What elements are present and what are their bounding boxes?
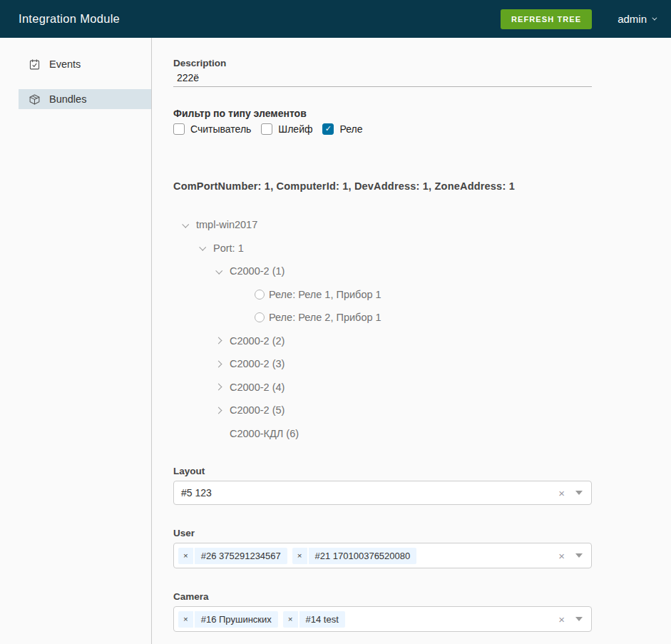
tree-item[interactable]: С2000-2 (2) <box>173 329 592 353</box>
page-title: Integration Module <box>19 12 120 26</box>
radio-button[interactable] <box>255 312 265 322</box>
sidebar-item-label: Bundles <box>49 93 86 105</box>
sidebar: Events Bundles <box>0 38 152 644</box>
tree-item-label: С2000-2 (1) <box>230 265 285 277</box>
tree-item-label: Реле: Реле 1, Прибор 1 <box>269 289 381 300</box>
chip-remove-icon[interactable]: × <box>178 611 195 628</box>
filter-options: СчитывательШлейф✓Реле <box>173 123 592 135</box>
tree-item[interactable]: С2000-2 (1) <box>173 260 592 283</box>
radio-button[interactable] <box>255 290 265 300</box>
tree-item-label: Реле: Реле 2, Прибор 1 <box>269 312 381 323</box>
clear-icon[interactable]: × <box>558 614 565 625</box>
tree-item-label: tmpl-win2017 <box>196 219 257 230</box>
chevron-down-icon[interactable] <box>180 223 189 228</box>
filter-option[interactable]: Шлейф <box>261 123 312 135</box>
tree-item-label: С2000-КДЛ (6) <box>230 428 299 439</box>
camera-label: Camera <box>173 591 592 602</box>
user-label: User <box>173 528 592 538</box>
calendar-check-icon <box>29 58 41 71</box>
chevron-down-icon <box>652 16 657 21</box>
camera-select[interactable]: ×#16 Прушинских×#14 test × <box>173 606 592 632</box>
layout-select-value: #5 123 <box>181 487 558 499</box>
tree-item-label: С2000-2 (4) <box>230 382 285 393</box>
tree-item[interactable]: С2000-2 (3) <box>173 352 592 376</box>
user-select[interactable]: ×#26 375291234567×#21 170100376520080 × <box>173 543 592 568</box>
header-actions: REFRESH TREE admin <box>501 9 655 29</box>
chevron-right-icon[interactable] <box>214 362 222 367</box>
chevron-right-icon[interactable] <box>214 338 222 343</box>
selected-chip: ×#26 375291234567 <box>178 548 287 564</box>
refresh-tree-button[interactable]: REFRESH TREE <box>501 9 592 29</box>
chevron-down-icon[interactable] <box>198 245 206 250</box>
user-chips: ×#26 375291234567×#21 170100376520080 <box>178 548 558 564</box>
checkbox-unchecked-icon[interactable] <box>261 123 272 135</box>
layout-select[interactable]: #5 123 × <box>173 481 592 505</box>
tree-item[interactable]: С2000-2 (5) <box>173 399 592 422</box>
chevron-down-icon[interactable] <box>214 269 222 274</box>
chip-label: #14 test <box>299 611 345 628</box>
chip-remove-icon[interactable]: × <box>283 611 299 628</box>
checkbox-label: Шлейф <box>278 123 312 135</box>
app-shell: Events Bundles Description Фильтр по тип… <box>0 38 671 644</box>
chip-label: #21 170100376520080 <box>309 548 417 564</box>
filter-option[interactable]: Считыватель <box>173 123 251 135</box>
selection-info: ComPortNumber: 1, ComputerId: 1, DevAddr… <box>173 180 592 192</box>
description-field: Description <box>173 58 592 87</box>
tree-item[interactable]: Реле: Реле 2, Прибор 1 <box>173 306 592 329</box>
dropdown-arrow-icon[interactable] <box>575 553 583 558</box>
camera-chips: ×#16 Прушинских×#14 test <box>178 611 558 628</box>
tree-item-label: С2000-2 (3) <box>230 358 285 369</box>
checkbox-checked-icon[interactable]: ✓ <box>322 123 334 135</box>
sidebar-item-bundles[interactable]: Bundles <box>19 89 151 109</box>
sidebar-item-events[interactable]: Events <box>19 54 151 74</box>
checkbox-label: Считыватель <box>190 123 251 135</box>
chevron-right-icon[interactable] <box>214 384 222 389</box>
selected-chip: ×#21 170100376520080 <box>292 548 416 564</box>
selected-chip: ×#14 test <box>283 611 345 628</box>
dropdown-arrow-icon[interactable] <box>575 617 583 621</box>
tree-item[interactable]: Port: 1 <box>173 237 592 260</box>
checkbox-unchecked-icon[interactable] <box>173 123 185 135</box>
app-header: Integration Module REFRESH TREE admin <box>0 0 671 38</box>
tree-item[interactable]: Реле: Реле 1, Прибор 1 <box>173 283 592 307</box>
main-content: Description Фильтр по типу элементов Счи… <box>152 38 671 644</box>
selected-chip: ×#16 Прушинских <box>178 611 278 628</box>
description-label: Description <box>173 58 592 68</box>
user-menu[interactable]: admin <box>618 13 655 25</box>
tree-item[interactable]: С2000-2 (4) <box>173 376 592 399</box>
description-input[interactable] <box>173 68 592 87</box>
camera-select-field: Camera ×#16 Прушинских×#14 test × <box>173 591 592 632</box>
sidebar-item-label: Events <box>49 58 81 70</box>
filter-label: Фильтр по типу элементов <box>173 108 592 119</box>
clear-icon[interactable]: × <box>558 488 565 499</box>
chip-remove-icon[interactable]: × <box>178 548 195 564</box>
tree-item-label: С2000-2 (5) <box>230 404 285 416</box>
user-select-field: User ×#26 375291234567×#21 1701003765200… <box>173 528 592 568</box>
checkbox-label: Реле <box>339 123 362 135</box>
tree-item[interactable]: tmpl-win2017 <box>173 213 592 237</box>
tree-item-label: Port: 1 <box>213 242 244 254</box>
filter-option[interactable]: ✓Реле <box>322 123 362 135</box>
user-menu-label: admin <box>618 13 647 25</box>
clear-icon[interactable]: × <box>558 551 565 561</box>
tree-item[interactable]: С2000-КДЛ (6) <box>173 422 592 446</box>
chip-remove-icon[interactable]: × <box>292 548 309 564</box>
cube-icon <box>29 93 41 106</box>
layout-label: Layout <box>173 466 592 476</box>
layout-select-field: Layout #5 123 × <box>173 466 592 505</box>
chevron-right-icon[interactable] <box>214 408 222 413</box>
dropdown-arrow-icon[interactable] <box>575 491 583 495</box>
chip-label: #16 Прушинских <box>195 611 278 628</box>
filter-section: Фильтр по типу элементов СчитывательШлей… <box>173 108 592 135</box>
device-tree: tmpl-win2017Port: 1С2000-2 (1)Реле: Реле… <box>173 213 592 445</box>
chip-label: #26 375291234567 <box>195 548 287 564</box>
tree-item-label: С2000-2 (2) <box>230 335 285 347</box>
